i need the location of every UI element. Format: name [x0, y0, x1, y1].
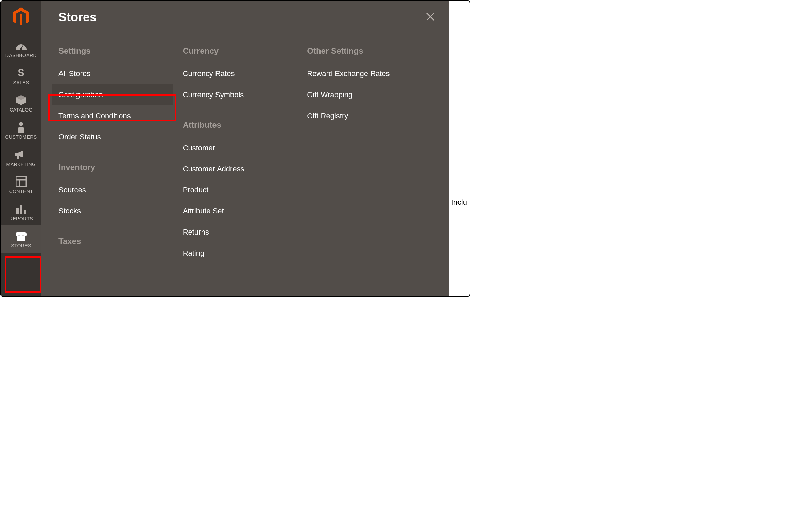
link-stocks[interactable]: Stocks — [52, 201, 173, 222]
sidebar-item-sales[interactable]: $ SALES — [1, 62, 41, 89]
group-title-inventory: Inventory — [58, 163, 173, 172]
group-title-currency: Currency — [183, 46, 297, 56]
gauge-icon — [15, 40, 27, 51]
sidebar-item-marketing[interactable]: MARKETING — [1, 144, 41, 171]
sidebar-item-catalog[interactable]: CATALOG — [1, 89, 41, 117]
nav-label-dashboard: DASHBOARD — [5, 53, 37, 58]
sidebar-item-reports[interactable]: REPORTS — [1, 198, 41, 225]
nav-label-stores: STORES — [11, 243, 31, 249]
link-currency-symbols[interactable]: Currency Symbols — [176, 84, 297, 105]
link-reward-exchange-rates[interactable]: Reward Exchange Rates — [300, 63, 421, 84]
link-attr-customer-address[interactable]: Customer Address — [176, 158, 297, 179]
store-icon — [15, 230, 27, 242]
sidebar-item-content[interactable]: CONTENT — [1, 171, 41, 198]
link-configuration[interactable]: Configuration — [52, 84, 173, 105]
link-sources[interactable]: Sources — [52, 179, 173, 201]
magento-logo[interactable] — [1, 1, 41, 27]
link-gift-registry[interactable]: Gift Registry — [300, 105, 421, 126]
svg-rect-6 — [17, 155, 19, 159]
svg-rect-13 — [17, 236, 25, 241]
svg-rect-10 — [16, 208, 19, 214]
link-attr-customer[interactable]: Customer — [176, 137, 297, 158]
link-order-status[interactable]: Order Status — [52, 126, 173, 148]
submenu-title: Stores — [58, 10, 97, 24]
link-attr-returns[interactable]: Returns — [176, 222, 297, 243]
sidebar-item-dashboard[interactable]: DASHBOARD — [1, 35, 41, 62]
nav-label-catalog: CATALOG — [10, 107, 33, 113]
svg-text:$: $ — [18, 67, 24, 79]
link-attr-attribute-set[interactable]: Attribute Set — [176, 201, 297, 222]
admin-sidebar: DASHBOARD $ SALES CATALOG CUSTOMERS MARK… — [1, 1, 41, 296]
svg-point-4 — [19, 122, 23, 126]
group-title-other-settings: Other Settings — [307, 46, 421, 56]
svg-point-0 — [20, 48, 22, 50]
group-title-settings: Settings — [58, 46, 173, 56]
submenu-column-3: Other Settings Reward Exchange Rates Gif… — [307, 31, 431, 264]
submenu-column-1: Settings All Stores Configuration Terms … — [58, 31, 183, 264]
sidebar-divider — [9, 32, 33, 32]
layout-icon — [15, 176, 27, 187]
svg-rect-11 — [20, 205, 22, 214]
nav-label-marketing: MARKETING — [6, 161, 36, 167]
svg-rect-12 — [24, 210, 26, 214]
stores-submenu-panel: Stores Settings All Stores Configuration… — [41, 1, 449, 296]
submenu-header: Stores — [41, 1, 449, 28]
nav-label-content: CONTENT — [9, 189, 33, 194]
box-icon — [15, 94, 27, 106]
sidebar-item-stores[interactable]: STORES — [1, 225, 41, 253]
link-gift-wrapping[interactable]: Gift Wrapping — [300, 84, 421, 105]
link-attr-product[interactable]: Product — [176, 179, 297, 201]
nav-label-sales: SALES — [13, 80, 29, 85]
nav-label-customers: CUSTOMERS — [5, 134, 37, 140]
submenu-body: Settings All Stores Configuration Terms … — [41, 28, 449, 264]
group-title-taxes: Taxes — [58, 237, 173, 246]
megaphone-icon — [15, 149, 27, 160]
background-content-peek: Inclu — [451, 198, 467, 207]
group-title-attributes: Attributes — [183, 120, 297, 130]
submenu-column-2: Currency Currency Rates Currency Symbols… — [183, 31, 307, 264]
bar-chart-icon — [15, 203, 27, 215]
app-window: DASHBOARD $ SALES CATALOG CUSTOMERS MARK… — [0, 0, 470, 297]
sidebar-item-customers[interactable]: CUSTOMERS — [1, 117, 41, 144]
close-icon[interactable] — [426, 12, 435, 23]
person-icon — [15, 121, 27, 133]
magento-logo-icon — [12, 7, 30, 27]
link-terms-and-conditions[interactable]: Terms and Conditions — [52, 105, 173, 126]
link-all-stores[interactable]: All Stores — [52, 63, 173, 84]
link-attr-rating[interactable]: Rating — [176, 243, 297, 264]
nav-label-reports: REPORTS — [9, 216, 33, 221]
dollar-icon: $ — [15, 67, 27, 79]
svg-rect-7 — [16, 177, 26, 186]
link-currency-rates[interactable]: Currency Rates — [176, 63, 297, 84]
